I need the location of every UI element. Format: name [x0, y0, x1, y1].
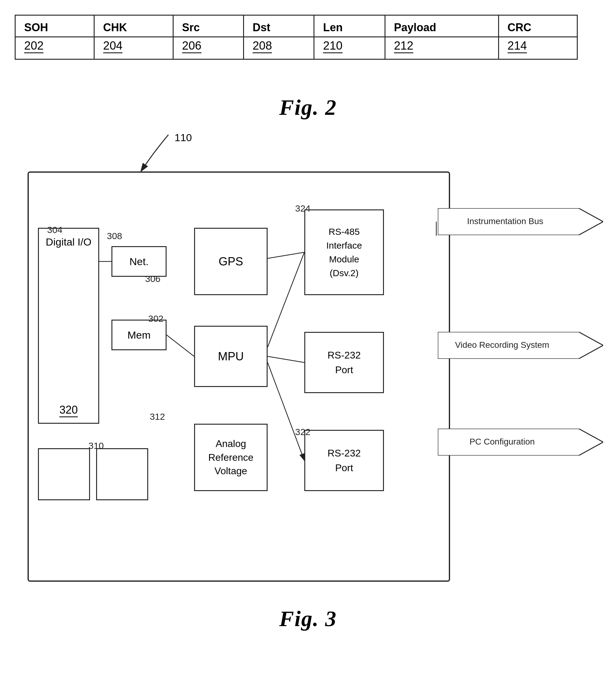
- pc-config-arrow: PC Configuration: [438, 429, 603, 456]
- packet-format-table: SOH CHK Src Dst Len Payload CRC 202 204 …: [15, 15, 578, 60]
- col-header-crc: CRC: [498, 15, 577, 37]
- mem-label: Mem: [127, 329, 151, 341]
- analog-block: Analog Reference Voltage: [194, 424, 268, 491]
- svg-line-5: [268, 356, 304, 362]
- rs485-block: RS-485 Interface Module (Dsv.2): [304, 210, 384, 295]
- rs485-label: RS-485 Interface Module (Dsv.2): [326, 225, 362, 280]
- rs232-top-label: RS-232 Port: [328, 348, 361, 377]
- video-arrow-svg: Video Recording System: [438, 332, 603, 359]
- instrumentation-bus-arrow: Instrumentation Bus: [438, 208, 603, 235]
- pc-arrow-svg: PC Configuration: [438, 429, 603, 456]
- system-outer-box: Digital I/O 320 Net. Mem GPS MPU Analog …: [27, 171, 450, 582]
- svg-line-8: [268, 252, 304, 347]
- svg-text:Video Recording System: Video Recording System: [455, 340, 549, 350]
- digital-io-number: 320: [59, 403, 78, 417]
- svg-line-4: [167, 335, 194, 356]
- mem-block: Mem: [111, 320, 167, 350]
- svg-text:PC Configuration: PC Configuration: [469, 437, 535, 446]
- video-recording-arrow: Video Recording System: [438, 332, 603, 359]
- fig3-section: 110: [9, 171, 607, 582]
- svg-line-7: [268, 252, 304, 259]
- label-304: 304: [47, 225, 62, 235]
- fig2-section: SOH CHK Src Dst Len Payload CRC 202 204 …: [15, 15, 601, 60]
- cell-len: 210: [314, 37, 385, 59]
- mpu-block: MPU: [194, 326, 268, 387]
- cell-chk: 204: [94, 37, 173, 59]
- col-header-src: Src: [173, 15, 243, 37]
- fig3-caption: Fig. 3: [0, 606, 616, 632]
- small-box-left: [38, 448, 90, 500]
- col-header-soh: SOH: [15, 15, 94, 37]
- rs232-bottom-block: RS-232 Port: [304, 430, 384, 491]
- digital-io-label: Digital I/O: [46, 235, 91, 249]
- label-308: 308: [107, 231, 122, 241]
- label-324: 324: [295, 203, 311, 214]
- cell-soh: 202: [15, 37, 94, 59]
- right-arrows-area: Instrumentation Bus Video Recording Syst…: [435, 171, 612, 582]
- net-block: Net.: [111, 246, 167, 277]
- col-header-len: Len: [314, 15, 385, 37]
- label-312: 312: [150, 411, 165, 422]
- rs232-top-block: RS-232 Port: [304, 332, 384, 393]
- svg-line-6: [268, 362, 304, 460]
- col-header-chk: CHK: [94, 15, 173, 37]
- label-322: 322: [295, 427, 311, 437]
- cell-dst: 208: [243, 37, 314, 59]
- svg-text:Instrumentation Bus: Instrumentation Bus: [467, 217, 543, 226]
- label-310: 310: [89, 441, 104, 451]
- arrow-110-svg: [122, 128, 190, 178]
- connector-stubs-svg: [435, 171, 439, 582]
- col-header-payload: Payload: [385, 15, 498, 37]
- analog-label: Analog Reference Voltage: [208, 437, 254, 478]
- rs232-bottom-label: RS-232 Port: [328, 446, 361, 475]
- label-306: 306: [145, 274, 160, 284]
- cell-payload: 212: [385, 37, 498, 59]
- mpu-label: MPU: [218, 350, 244, 363]
- gps-block: GPS: [194, 228, 268, 295]
- gps-label: GPS: [219, 255, 243, 268]
- instrumentation-arrow-svg: Instrumentation Bus: [438, 208, 603, 235]
- col-header-dst: Dst: [243, 15, 314, 37]
- small-box-right: [96, 448, 148, 500]
- fig2-caption: Fig. 2: [0, 95, 616, 120]
- net-label: Net.: [129, 256, 149, 268]
- digital-io-block: Digital I/O 320: [38, 228, 99, 424]
- cell-crc: 214: [498, 37, 577, 59]
- label-302: 302: [148, 314, 164, 324]
- cell-src: 206: [173, 37, 243, 59]
